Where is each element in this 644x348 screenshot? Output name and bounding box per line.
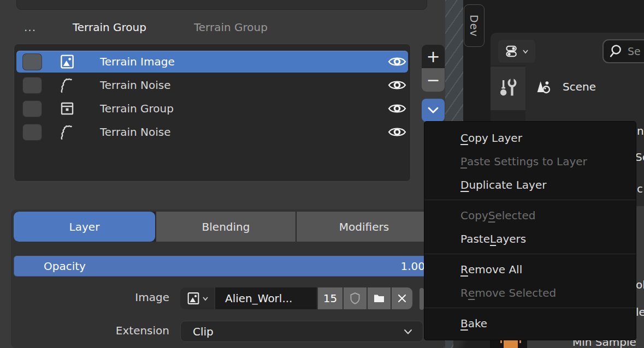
noise-icon (58, 76, 76, 94)
settings-tabbar: Layer Blending Modifiers (14, 212, 432, 242)
menu-separator (424, 254, 636, 254)
tab-tool[interactable] (491, 67, 525, 110)
breadcrumb-terrain-group-active[interactable]: Terrain Group (73, 21, 146, 34)
layer-checkbox[interactable] (22, 77, 42, 94)
extension-dropdown[interactable]: Clip (180, 321, 423, 342)
layer-checkbox[interactable] (22, 53, 42, 70)
sidebar-tab-dev[interactable]: Dev (464, 4, 485, 47)
tab-modifiers[interactable]: Modifiers (296, 212, 432, 242)
orange-thumbnail (504, 339, 518, 348)
blender-window: ... Terrain Group Terrain Group Terrain … (0, 0, 644, 348)
menu-item-copy-layer[interactable]: Copy Layer (424, 126, 636, 149)
opacity-slider[interactable]: Opacity 1.00 (14, 256, 432, 277)
noise-icon (58, 123, 76, 141)
chevron-down-icon (403, 328, 413, 335)
layer-label: Terrain Image (100, 55, 175, 68)
opacity-label: Opacity (44, 260, 86, 273)
chevron-down-icon (426, 106, 440, 115)
layer-list: Terrain Image Terrain Noise (14, 44, 411, 182)
tab-blending[interactable]: Blending (155, 212, 296, 242)
properties-search[interactable] (602, 39, 644, 63)
chevron-down-icon (522, 49, 529, 54)
layer-label: Terrain Noise (100, 125, 171, 139)
layer-specials-menu-button[interactable] (422, 99, 445, 122)
cutoff-text: ol (636, 278, 644, 291)
tab-layer[interactable]: Layer (14, 212, 155, 242)
dev-tab-label: Dev (468, 15, 480, 37)
right-panel-light-strip (636, 206, 644, 348)
breadcrumb-ellipsis[interactable]: ... (24, 21, 36, 34)
cutoff-text: c (637, 182, 643, 195)
image-icon (186, 291, 201, 306)
image-name-field[interactable]: Alien_Worl... (215, 287, 317, 309)
menu-separator (424, 308, 636, 308)
menu-item-paste-layers[interactable]: Paste Layers (424, 227, 636, 250)
menu-item-copy-selected: Copy Selected (424, 203, 636, 227)
open-file-folder-icon[interactable] (368, 287, 391, 309)
cutoff-text: le (636, 305, 644, 319)
group-icon (58, 99, 76, 118)
image-users-count[interactable]: 15 (318, 287, 342, 309)
image-datablock-widget: Alien_Worl... 15 (180, 287, 412, 309)
menu-item-remove-all[interactable]: Remove All (424, 257, 636, 281)
extension-value: Clip (193, 325, 214, 338)
layer-row-terrain-image[interactable]: Terrain Image (16, 51, 408, 73)
visibility-eye-icon[interactable] (387, 55, 407, 69)
add-layer-button[interactable]: + (422, 45, 445, 68)
scene-label[interactable]: Scene (563, 80, 596, 93)
editor-type-button[interactable] (498, 40, 535, 63)
layer-specials-context-menu: Copy LayerPaste Settings to LayerDuplica… (424, 121, 636, 340)
breadcrumb-terrain-group-inactive[interactable]: Terrain Group (194, 21, 268, 34)
layer-checkbox[interactable] (22, 124, 42, 141)
cutoff-text: n (637, 124, 644, 137)
menu-item-bake[interactable]: Bake (424, 311, 636, 335)
chevron-down-icon (202, 296, 209, 301)
scene-icon (534, 78, 553, 95)
remove-layer-button[interactable]: − (422, 68, 445, 92)
layer-row-terrain-noise-1[interactable]: Terrain Noise (16, 74, 408, 96)
opacity-value: 1.00 (400, 260, 425, 273)
image-row-label: Image (0, 291, 169, 304)
breadcrumb: ... Terrain Group Terrain Group (0, 19, 426, 36)
menu-item-paste-settings-to-layer: Paste Settings to Layer (424, 149, 636, 173)
layer-label: Terrain Noise (100, 79, 171, 92)
extension-row-label: Extension (0, 324, 169, 337)
layer-row-terrain-noise-2[interactable]: Terrain Noise (16, 121, 408, 143)
fake-user-shield-icon[interactable] (344, 287, 367, 309)
menu-separator (424, 200, 636, 200)
image-icon (58, 52, 76, 71)
unlink-x-icon[interactable] (392, 287, 412, 309)
properties-editor-icon (505, 44, 521, 59)
visibility-eye-icon[interactable] (387, 125, 407, 139)
image-browse-button[interactable] (180, 287, 214, 309)
visibility-eye-icon[interactable] (387, 101, 407, 116)
search-icon (609, 43, 625, 59)
properties-breadcrumb: Scene (534, 78, 596, 95)
menu-item-duplicate-layer[interactable]: Duplicate Layer (424, 173, 636, 196)
search-input[interactable] (628, 45, 644, 57)
menu-item-remove-selected: Remove Selected (424, 281, 636, 304)
layer-checkbox[interactable] (22, 100, 42, 117)
upper-list-box (16, 0, 427, 10)
visibility-eye-icon[interactable] (387, 78, 407, 92)
layer-row-terrain-group[interactable]: Terrain Group (16, 98, 408, 119)
cutoff-text: Se (635, 151, 644, 164)
tool-wrench-icon (497, 76, 519, 100)
panel-scrollbar[interactable] (420, 288, 424, 310)
layer-label: Terrain Group (100, 102, 174, 115)
